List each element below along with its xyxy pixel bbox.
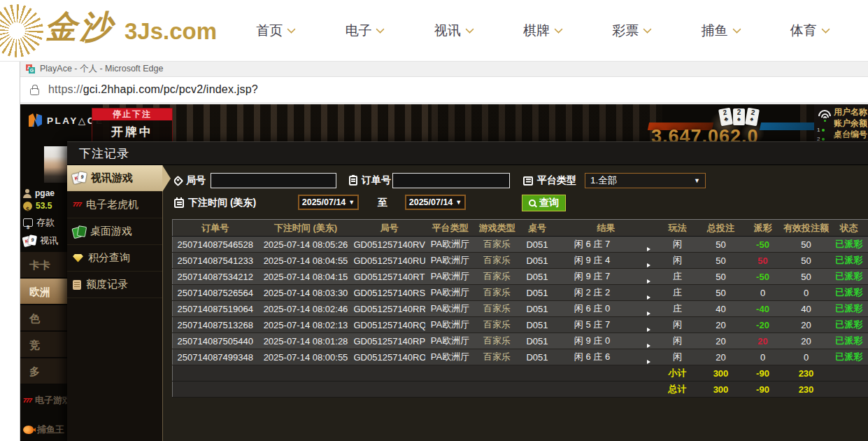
playing-card: 2♠: [745, 108, 760, 127]
nav-label: 体育: [790, 22, 817, 40]
lobby-username: pgae: [35, 188, 55, 198]
lobby-tab-sedie[interactable]: 色: [20, 305, 67, 331]
cell-platform: PA欧洲厅: [425, 349, 476, 365]
lobby-tab-jingmi[interactable]: 竞: [20, 332, 67, 358]
background-blur: [432, 104, 662, 144]
nav-label: 彩票: [612, 22, 639, 40]
cards-icon: [23, 235, 36, 247]
cell-bet: 庄: [657, 285, 699, 301]
cell-game: 百家乐: [476, 301, 519, 317]
page-content: PLAY△CE 停止下注 开牌中 2♣ 2♠ 2♠ 3,647,062.0 用户…: [20, 103, 868, 441]
subtotal-row: 小计 300 -90 230: [173, 365, 868, 382]
lock-icon[interactable]: [30, 88, 39, 95]
tab-slot-machines[interactable]: 777电子老虎机: [67, 192, 162, 218]
cell-platform: PA欧洲厅: [425, 237, 476, 253]
cell-payout: 0: [744, 285, 783, 301]
table-row: 2507140875465282025-07-14 08:05:26GD0512…: [173, 237, 868, 253]
tab-table-games[interactable]: 桌面游戏: [67, 218, 162, 245]
cards-icon: [73, 172, 86, 184]
subtotal-valid: 230: [783, 365, 830, 382]
cell-game: 百家乐: [476, 349, 519, 365]
fishing-king-label[interactable]: 捕鱼王: [37, 424, 64, 436]
tab-quota-records[interactable]: 额度记录: [67, 272, 162, 298]
nav-item-boardgames[interactable]: 棋牌: [523, 22, 562, 40]
cell-total: 20: [699, 349, 744, 365]
nav-item-live[interactable]: 视讯: [434, 22, 473, 40]
site-nav: 首页 电子 视讯 棋牌 彩票 捕鱼 体育: [231, 0, 854, 62]
cell-order: 250714087505440: [173, 333, 258, 349]
wifi-icon: [817, 110, 832, 121]
cell-table-no: D051: [519, 317, 556, 333]
nav-item-sports[interactable]: 体育: [790, 22, 829, 40]
cell-status: 已派彩: [830, 285, 868, 301]
cell-status: 已派彩: [830, 349, 868, 365]
chevron-down-icon: [465, 24, 474, 34]
nav-item-electronic[interactable]: 电子: [345, 22, 383, 40]
tab-points-query[interactable]: 积分查询: [67, 245, 162, 272]
url-scheme: https://: [48, 83, 83, 95]
col-platform: 平台类型: [425, 220, 476, 237]
cell-total: 40: [699, 301, 744, 317]
col-result: 结果: [556, 220, 657, 237]
avatar[interactable]: [44, 146, 67, 183]
electronic-games-label[interactable]: 电子游戏: [35, 394, 67, 407]
table-row: 2507140875190642025-07-14 08:02:46GD0512…: [173, 301, 868, 317]
cell-table-no: D051: [519, 269, 556, 285]
tab-video-games[interactable]: 视讯游戏: [67, 165, 162, 192]
nav-item-fishing[interactable]: 捕鱼: [702, 22, 740, 40]
sun-logo-icon: [0, 4, 43, 57]
playace-logo-icon: [29, 113, 42, 127]
fish-icon: [23, 426, 34, 434]
table-header-row: 订单号 下注时间 (美东) 局号 平台类型 游戏类型 桌号 结果 玩法 总投注 …: [173, 220, 868, 237]
date-from-picker[interactable]: 2025/07/14▼: [298, 195, 359, 210]
lobby-tab-duotai[interactable]: 多: [20, 358, 67, 384]
platform-type-select[interactable]: 1.全部▼: [585, 173, 706, 188]
green-cards-icon: [73, 226, 85, 237]
cell-result: 闲 6 庄 6: [556, 349, 629, 365]
url-host-path: gci.2hhapi.com/pc/pcv2/index.jsp?: [83, 83, 258, 95]
col-order: 订单号: [173, 220, 258, 237]
url-text[interactable]: https://gci.2hhapi.com/pc/pcv2/index.jsp…: [48, 83, 258, 96]
site-logo-domain: 3Js.com: [124, 18, 217, 45]
round-number-input[interactable]: [211, 173, 336, 188]
diamond-icon: [73, 254, 83, 262]
deposit-icon: [23, 218, 33, 227]
bet-time-label: 下注时间 (美东): [174, 195, 256, 211]
cell-valid: 50: [783, 237, 830, 253]
cell-payout: -40: [744, 301, 783, 317]
table-row: 2507140874993482025-07-14 08:00:55GD0512…: [173, 349, 868, 365]
playing-card: 2♠: [733, 108, 745, 125]
table-row: 2507140875265642025-07-14 08:03:30GD0512…: [173, 285, 868, 301]
grand-total-payout: -90: [744, 382, 783, 398]
date-to-picker[interactable]: 2025/07/14▼: [405, 195, 466, 210]
col-bet: 玩法: [657, 220, 699, 237]
col-time: 下注时间 (美东): [258, 220, 354, 237]
grand-total-label: 总计: [657, 382, 699, 398]
lobby-tab-europe[interactable]: 欧洲: [20, 279, 67, 304]
screen: 金沙 3Js.com 首页 电子 视讯 棋牌 彩票 捕鱼 体育 AG PlayA…: [0, 0, 868, 441]
cell-round: GD051257140RR: [354, 301, 425, 317]
nav-item-lottery[interactable]: 彩票: [612, 22, 650, 40]
search-button[interactable]: 查询: [522, 195, 566, 211]
chevron-down-icon: [821, 24, 830, 34]
browser-titlebar[interactable]: AG PlayAce - 个人 - Microsoft Edge: [20, 62, 868, 77]
tag-icon: [173, 175, 184, 186]
chevron-down-icon: [732, 24, 741, 34]
coin-icon: [23, 202, 32, 211]
video-games-label[interactable]: 视讯: [40, 234, 58, 247]
lobby-tab-kaka[interactable]: 卡卡: [20, 252, 67, 278]
cell-valid: 0: [783, 349, 830, 365]
cell-total: 50: [699, 285, 744, 301]
search-icon: [529, 200, 536, 206]
bet-records-table: 订单号 下注时间 (美东) 局号 平台类型 游戏类型 桌号 结果 玩法 总投注 …: [172, 219, 868, 398]
table-number-label: 桌台编号: [834, 129, 867, 140]
deposit-label[interactable]: 存款: [36, 216, 55, 229]
cell-bet: 庄: [657, 301, 699, 317]
nav-item-home[interactable]: 首页: [256, 22, 294, 40]
order-number-input[interactable]: [392, 173, 510, 188]
cell-result: 闲 9 庄 4: [556, 253, 629, 269]
browser-urlbar[interactable]: https://gci.2hhapi.com/pc/pcv2/index.jsp…: [20, 77, 868, 103]
cell-result: 闲 2 庄 2: [556, 285, 629, 301]
cell-table-no: D051: [519, 253, 556, 269]
chevron-down-icon: [643, 24, 652, 34]
